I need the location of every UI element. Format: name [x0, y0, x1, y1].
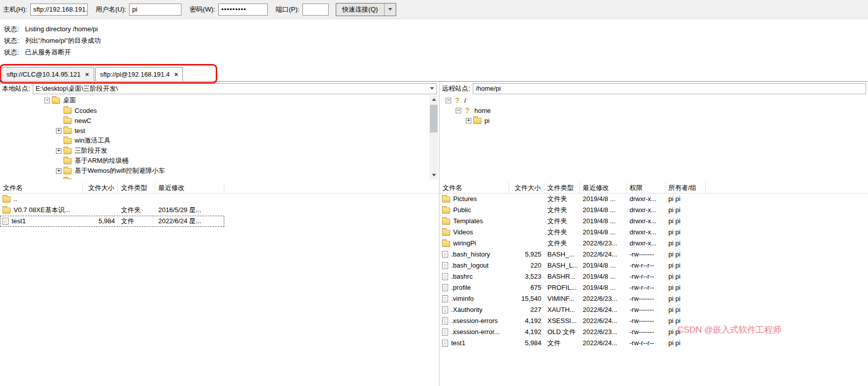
tree-item[interactable]: −?/ — [440, 95, 868, 105]
username-input[interactable]: pi — [129, 4, 181, 16]
expand-plus-icon[interactable]: + — [466, 118, 471, 123]
scrollbar-thumb[interactable] — [430, 105, 438, 133]
file-row[interactable]: .viminfo15,540VIMINF...2022/6/23...-rw--… — [440, 293, 706, 304]
file-row[interactable]: .profile675PROFIL...2019/4/8 ...-rw-r--r… — [440, 282, 706, 293]
tree-item[interactable] — [0, 176, 429, 179]
file-name: .xsession-errors — [451, 315, 498, 327]
status-line: 状态:Listing directory /home/pi — [4, 23, 868, 35]
file-row[interactable]: test15,984文件2022/6/24 星... — [0, 216, 224, 227]
file-row[interactable]: .bashrc3,523BASHR...2019/4/8 ...-rw-r--r… — [440, 271, 706, 282]
folder-icon — [3, 208, 11, 214]
tree-item[interactable]: +三阶段开发 — [0, 146, 429, 156]
remote-file-list: 文件名文件大小文件类型最近修改权限所有者/组 Pictures文件夹2019/4… — [440, 182, 868, 386]
local-site-combobox[interactable]: E:\desktop\桌面\三阶段开发\ — [33, 83, 437, 94]
file-row[interactable]: wiringPi文件夹2022/6/23...drwxr-x...pi pi — [440, 238, 706, 249]
file-row[interactable]: Videos文件夹2019/4/8 ...drwxr-x...pi pi — [440, 227, 706, 238]
file-list-panes: 文件名文件大小文件类型最近修改 ..V0.7 08XE基本识...文件夹2016… — [0, 182, 868, 386]
status-label: 状态: — [4, 25, 19, 33]
file-row[interactable]: .xsession-errors4,192XSESSI...2022/6/24.… — [440, 315, 706, 327]
file-cell: 文件 — [544, 338, 580, 349]
expand-plus-icon[interactable]: + — [56, 128, 61, 134]
combo-arrow-icon[interactable] — [427, 84, 437, 94]
remote-site-field[interactable]: /home/pi — [473, 83, 866, 94]
file-name-cell: Templates — [440, 216, 509, 227]
column-header[interactable]: 文件名 — [440, 182, 509, 194]
tree-item[interactable]: +test — [0, 125, 429, 136]
file-name: test1 — [12, 216, 26, 227]
column-header[interactable]: 最近修改 — [580, 182, 627, 194]
column-header[interactable]: 文件大小 — [509, 182, 544, 194]
host-input[interactable]: sftp://192.168.191.4 — [30, 4, 88, 16]
folder-icon — [473, 118, 481, 124]
file-row[interactable]: .bash_history5,925BASH_...2022/6/24...-r… — [440, 249, 706, 260]
file-name-cell: .bash_history — [440, 249, 509, 260]
collapse-minus-icon[interactable]: − — [44, 98, 50, 103]
tree-item[interactable]: win激活工具 — [0, 136, 429, 146]
tree-item[interactable]: +基于Wemos的wifi控制避障小车 — [0, 166, 429, 176]
column-header[interactable]: 所有者/组 — [665, 182, 706, 194]
column-header[interactable]: 文件大小 — [83, 182, 118, 194]
tree-item[interactable]: −?home — [440, 105, 868, 115]
password-input[interactable]: ••••••••• — [218, 4, 268, 16]
file-cell: 文件夹 — [544, 205, 580, 216]
file-row[interactable]: Pictures文件夹2019/4/8 ...drwxr-x...pi pi — [440, 194, 706, 205]
file-cell: 2022/6/23... — [580, 293, 627, 304]
tree-item[interactable]: Ccodes — [0, 105, 429, 115]
column-header[interactable]: 文件名 — [0, 182, 83, 194]
file-row[interactable]: Templates文件夹2019/4/8 ...drwxr-x...pi pi — [440, 216, 706, 227]
expand-plus-icon[interactable]: + — [56, 168, 61, 174]
file-name: test1 — [451, 338, 465, 349]
file-cell: drwxr-x... — [627, 194, 665, 205]
tree-item[interactable]: newC — [0, 115, 429, 125]
column-header[interactable]: 文件类型 — [118, 182, 155, 194]
column-header[interactable]: 最近修改 — [155, 182, 224, 194]
file-cell: 2016/5/29 星... — [155, 205, 224, 216]
folder-icon — [64, 128, 72, 134]
port-label: 端口(P): — [276, 5, 299, 14]
file-icon — [442, 340, 448, 347]
local-tree-scrollbar[interactable] — [429, 95, 438, 179]
folder-icon — [64, 108, 72, 114]
tab-label: sftp://CLC@10.14.95.121 — [7, 71, 81, 78]
quickconnect-dropdown-button[interactable] — [385, 4, 396, 16]
file-name-cell: wiringPi — [440, 238, 509, 249]
column-header[interactable]: 文件类型 — [544, 182, 580, 194]
tree-item[interactable]: −桌面 — [0, 95, 429, 105]
tab-close-icon[interactable]: × — [85, 71, 89, 78]
expander-slot: + — [56, 168, 64, 174]
connection-tab[interactable]: sftp://pi@192.168.191.4× — [95, 67, 183, 81]
collapse-minus-icon[interactable]: − — [446, 98, 451, 103]
file-row[interactable]: Public文件夹2019/4/8 ...drwxr-x...pi pi — [440, 205, 706, 216]
pane-divider[interactable] — [439, 82, 440, 386]
file-cell: 5,925 — [509, 249, 544, 260]
file-name-cell: test1 — [440, 338, 509, 349]
tree-item[interactable]: 基于ARM的垃圾桶 — [0, 156, 429, 166]
tree-item-label: 三阶段开发 — [75, 146, 107, 155]
expand-plus-icon[interactable]: + — [56, 148, 61, 154]
file-row[interactable]: V0.7 08XE基本识...文件夹2016/5/29 星... — [0, 205, 224, 216]
tab-close-icon[interactable]: × — [174, 71, 178, 78]
file-row[interactable]: test15,984文件2022/6/24...-rw-r--r--pi pi — [440, 338, 706, 349]
connection-tab[interactable]: sftp://CLC@10.14.95.121× — [2, 67, 94, 81]
collapse-minus-icon[interactable]: − — [456, 108, 461, 113]
file-name-cell: .viminfo — [440, 293, 509, 304]
down-arrow-icon — [432, 174, 436, 176]
file-row[interactable]: .. — [0, 194, 224, 205]
port-input[interactable] — [302, 4, 329, 16]
file-row[interactable]: .xsession-error...4,192OLD 文件2022/6/23..… — [440, 327, 706, 338]
quickconnect-button[interactable]: 快速连接(Q) — [336, 4, 385, 16]
scroll-up-button[interactable] — [429, 95, 438, 104]
tree-item[interactable]: +pi — [440, 115, 868, 125]
dropdown-arrow-icon — [388, 8, 392, 11]
expander-slot: − — [456, 108, 463, 113]
file-name: Templates — [453, 216, 483, 227]
column-header[interactable]: 权限 — [627, 182, 665, 194]
scroll-down-button[interactable] — [429, 171, 438, 179]
file-cell: pi pi — [665, 205, 706, 216]
tree-item-label: 基于ARM的垃圾桶 — [75, 156, 129, 165]
file-cell: drwxr-x... — [627, 238, 665, 249]
file-cell: OLD 文件 — [544, 327, 580, 338]
file-row[interactable]: .Xauthority227XAUTH...2022/6/24...-rw---… — [440, 304, 706, 315]
file-cell: 5,984 — [83, 216, 118, 227]
file-row[interactable]: .bash_logout220BASH_L...2019/4/8 ...-rw-… — [440, 260, 706, 271]
